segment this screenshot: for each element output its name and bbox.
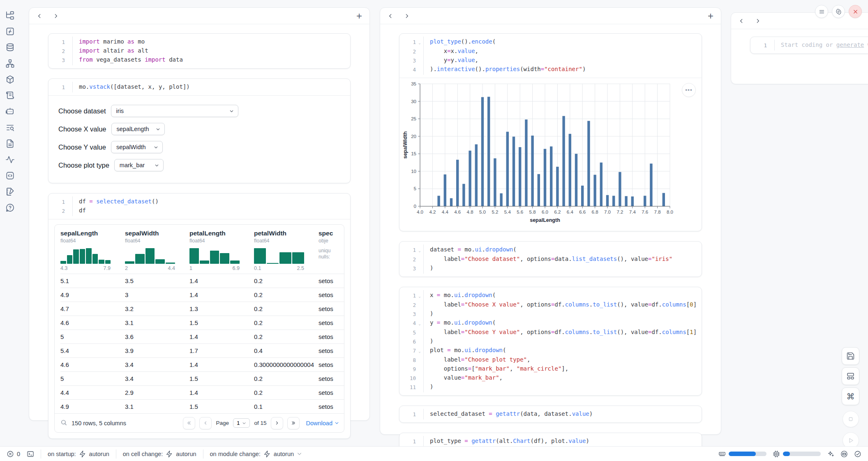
back-arrow-icon[interactable] bbox=[388, 13, 393, 19]
add-cell-button[interactable]: + bbox=[356, 11, 362, 21]
connection-status-icon[interactable] bbox=[854, 450, 861, 458]
dropdown-choose-dataset[interactable]: iris bbox=[111, 105, 238, 117]
activity-icon[interactable] bbox=[5, 154, 16, 165]
chat-bot-icon[interactable] bbox=[5, 106, 16, 117]
table-row[interactable]: 5.43.91.70.4setos bbox=[60, 343, 344, 357]
text-search-icon[interactable] bbox=[5, 122, 16, 133]
column-header[interactable]: sepalWidthfloat6424.4 bbox=[125, 230, 189, 274]
dataframe-table: sepalLengthfloat644.37.9sepalWidthfloat6… bbox=[54, 224, 344, 433]
bar-chart[interactable]: 4.04.24.44.64.85.05.25.45.65.86.06.26.46… bbox=[402, 81, 702, 227]
control-label: Choose X value bbox=[58, 125, 106, 133]
code-editor[interactable]: 1mo.vstack([dataset, x, y, plot]) bbox=[48, 79, 350, 95]
terminal-icon[interactable] bbox=[27, 450, 34, 458]
chart-menu-icon[interactable]: ••• bbox=[682, 83, 696, 97]
copilot-icon[interactable] bbox=[840, 450, 848, 458]
stop-icon[interactable] bbox=[843, 411, 859, 427]
last-page-button[interactable] bbox=[287, 417, 300, 429]
memory-icon bbox=[718, 450, 726, 458]
circle-x-icon bbox=[7, 450, 14, 458]
window-controls bbox=[815, 5, 862, 18]
keyboard-shortcuts-icon[interactable]: ⌘ bbox=[842, 387, 859, 405]
column-header[interactable]: petalLengthfloat6416.9 bbox=[189, 230, 254, 274]
table-row[interactable]: 4.931.40.2setos bbox=[60, 288, 344, 302]
table-row[interactable]: 4.42.91.40.2setos bbox=[60, 385, 344, 399]
code-editor[interactable]: 1⌄x = mo.ui.dropdown(2 label="Choose X v… bbox=[399, 287, 702, 395]
search-icon[interactable] bbox=[60, 419, 67, 427]
document-icon[interactable] bbox=[5, 138, 16, 149]
status-bar: 0 on startup: autorun on cell change: au… bbox=[0, 446, 868, 461]
notebook-panel-middle: + 1⌄plot_type().encode(2 x=x.value,3 y=y… bbox=[380, 7, 721, 435]
code-editor[interactable]: 1⌄dataset = mo.ui.dropdown(2 label="Choo… bbox=[399, 242, 702, 277]
table-row[interactable]: 53.61.40.2setos bbox=[60, 330, 344, 343]
table-summary: 150 rows, 5 columns bbox=[72, 420, 126, 426]
close-icon[interactable] bbox=[849, 5, 862, 18]
scroll-icon[interactable] bbox=[5, 90, 16, 101]
error-count-badge[interactable]: 0 bbox=[7, 450, 20, 458]
code-editor[interactable]: 1df = selected_dataset()2df bbox=[48, 194, 350, 219]
forward-arrow-icon[interactable] bbox=[755, 18, 761, 24]
chart-output: 4.04.24.44.64.85.05.25.45.65.86.06.26.46… bbox=[399, 78, 702, 231]
dependency-graph-icon[interactable] bbox=[5, 58, 16, 69]
middle-panel-header: + bbox=[380, 8, 721, 24]
column-header[interactable]: petalWidthfloat640.12.5 bbox=[254, 230, 319, 274]
svg-text:6.0: 6.0 bbox=[542, 210, 548, 214]
cell-vstack: 1mo.vstack([dataset, x, y, plot]) Choose… bbox=[48, 78, 351, 183]
column-header[interactable]: specobjeuniqunulls: bbox=[319, 230, 344, 274]
svg-text:4.8: 4.8 bbox=[467, 210, 473, 214]
table-row[interactable]: 4.63.41.40.3000000000000004setos bbox=[60, 357, 344, 371]
snippets-icon[interactable] bbox=[5, 170, 16, 181]
table-row[interactable]: 4.63.11.50.2setos bbox=[60, 316, 344, 330]
layout-icon[interactable] bbox=[842, 367, 859, 385]
dropdown-choose-x-value[interactable]: sepalLength bbox=[111, 123, 165, 135]
table-row[interactable]: 4.93.11.50.1setos bbox=[60, 399, 344, 413]
first-page-button[interactable] bbox=[183, 417, 195, 429]
code-editor[interactable]: 1 Start coding or generate with bbox=[750, 37, 868, 53]
save-icon[interactable] bbox=[842, 347, 859, 365]
file-tree-icon[interactable] bbox=[5, 10, 16, 21]
memory-usage[interactable] bbox=[718, 450, 766, 458]
help-icon[interactable] bbox=[5, 202, 16, 213]
dropdown-choose-y-value[interactable]: sepalWidth bbox=[111, 141, 163, 153]
page-select[interactable]: 1 bbox=[233, 418, 250, 428]
cell-selected-dataset: 1selected_dataset = getattr(data, datase… bbox=[399, 406, 702, 423]
zap-icon bbox=[263, 450, 271, 458]
cell-dataset-dropdown: 1⌄dataset = mo.ui.dropdown(2 label="Choo… bbox=[399, 241, 702, 277]
generate-link[interactable]: generate bbox=[836, 41, 864, 48]
table-row[interactable]: 53.41.50.2setos bbox=[60, 371, 344, 385]
code-editor[interactable]: 1import marimo as mo2import altair as al… bbox=[48, 34, 350, 68]
code-editor[interactable]: 1selected_dataset = getattr(data, datase… bbox=[399, 406, 702, 422]
control-row: Choose plot typemark_bar bbox=[58, 159, 344, 171]
column-header[interactable]: sepalLengthfloat644.37.9 bbox=[60, 230, 125, 274]
notebook-panel-left: + 1import marimo as mo2import altair as … bbox=[29, 7, 370, 421]
on-startup-setting[interactable]: on startup: autorun bbox=[48, 450, 109, 458]
svg-text:7.8: 7.8 bbox=[654, 210, 661, 214]
back-arrow-icon[interactable] bbox=[739, 18, 744, 24]
on-cell-change-setting[interactable]: on cell change: autorun bbox=[123, 450, 196, 458]
add-cell-button[interactable]: + bbox=[708, 11, 713, 21]
on-module-change-setting[interactable]: on module change: autorun bbox=[210, 450, 302, 458]
download-link[interactable]: Download bbox=[306, 420, 339, 426]
svg-text:7.2: 7.2 bbox=[616, 210, 623, 214]
gear-icon[interactable] bbox=[832, 5, 845, 18]
menu-icon[interactable] bbox=[815, 5, 828, 18]
dropdown-choose-plot-type[interactable]: mark_bar bbox=[114, 159, 164, 171]
code-editor[interactable]: 1⌄plot_type().encode(2 x=x.value,3 y=y.v… bbox=[399, 34, 702, 78]
package-icon[interactable] bbox=[5, 74, 16, 85]
database-icon[interactable] bbox=[5, 42, 16, 53]
svg-text:4.6: 4.6 bbox=[454, 210, 461, 214]
function-square-icon[interactable] bbox=[5, 26, 16, 37]
prev-page-button[interactable] bbox=[199, 417, 212, 429]
forward-arrow-icon[interactable] bbox=[53, 13, 59, 19]
ai-sparkles-icon[interactable] bbox=[827, 450, 834, 458]
page-label: Page bbox=[216, 420, 229, 426]
back-arrow-icon[interactable] bbox=[37, 13, 42, 19]
forward-arrow-icon[interactable] bbox=[404, 13, 410, 19]
svg-text:20: 20 bbox=[411, 134, 416, 139]
scratchpad-icon[interactable] bbox=[5, 186, 16, 197]
control-label: Choose Y value bbox=[58, 143, 106, 151]
svg-text:4.4: 4.4 bbox=[442, 210, 449, 214]
table-row[interactable]: 5.13.51.40.2setos bbox=[60, 274, 344, 288]
next-page-button[interactable] bbox=[271, 417, 283, 429]
cpu-usage[interactable] bbox=[773, 450, 821, 458]
table-row[interactable]: 4.73.21.30.2setos bbox=[60, 302, 344, 316]
